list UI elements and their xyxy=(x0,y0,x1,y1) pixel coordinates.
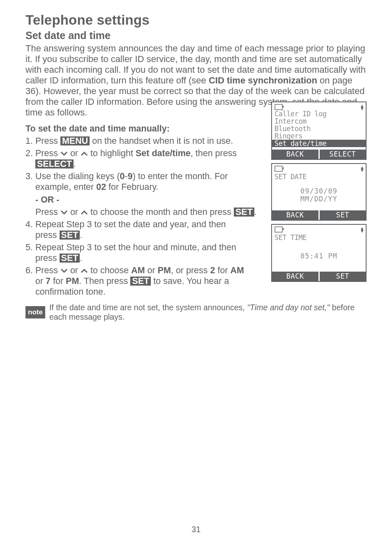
text: . xyxy=(80,230,82,240)
date-value: 09/30/09 xyxy=(272,187,366,195)
step-2: 2. Press or to highlight Set date/time, … xyxy=(25,148,247,169)
text: or xyxy=(35,276,46,286)
text: for February. xyxy=(106,182,158,192)
text: to choose the month and then press xyxy=(88,207,234,217)
softkey-back: BACK xyxy=(272,210,318,220)
am-label: AM xyxy=(231,265,244,275)
handset-screen-set-date: ▲▼ SET DATE 09/30/09 MM/DD/YY BACK SET xyxy=(271,163,367,221)
chevron-down-icon xyxy=(60,210,68,215)
text: , or press xyxy=(171,265,210,275)
am-label: AM xyxy=(131,265,145,275)
scroll-indicator-icon: ▲▼ xyxy=(361,104,363,110)
chevron-up-icon xyxy=(81,268,88,273)
select-button-label: SELECT xyxy=(35,159,74,168)
key-9: 9 xyxy=(128,171,133,181)
softkey-back: BACK xyxy=(272,272,318,281)
step-number: 2. xyxy=(25,148,35,169)
text: . Then press xyxy=(79,276,130,286)
text: for xyxy=(51,276,66,286)
step-number: 5. xyxy=(25,242,35,263)
text: Press xyxy=(35,265,60,275)
chevron-up-icon xyxy=(81,210,88,215)
text: for xyxy=(215,265,231,275)
text: - xyxy=(125,171,128,181)
text: . xyxy=(80,253,82,263)
text: Press xyxy=(35,207,60,217)
battery-icon xyxy=(274,104,283,110)
menu-item: Bluetooth xyxy=(274,125,363,132)
note-badge: note xyxy=(25,303,45,322)
text: on the handset when it is not in use. xyxy=(90,136,233,146)
step-1: 1. Press MENU on the handset when it is … xyxy=(25,136,233,146)
text: Press xyxy=(35,148,60,158)
text: Press xyxy=(35,136,60,146)
section-heading: Set date and time xyxy=(25,30,367,42)
key-0: 0 xyxy=(120,171,125,181)
chevron-up-icon xyxy=(81,151,88,156)
screen-title: SET DATE xyxy=(272,172,366,181)
menu-item-highlighted: Set date/time xyxy=(272,140,366,147)
set-button-label: SET xyxy=(234,208,254,217)
step-number: 6. xyxy=(25,265,35,297)
chevron-down-icon xyxy=(60,268,68,273)
scroll-indicator-icon: ▲▼ xyxy=(361,166,363,172)
example-02: 02 xyxy=(96,182,106,192)
text: to choose xyxy=(88,265,131,275)
text: or xyxy=(68,148,81,158)
intro-cid-ref: CID time synchronization xyxy=(209,75,317,85)
set-datetime-label: Set date/time xyxy=(136,148,191,158)
step-4: 4. Repeat Step 3 to set the date and yea… xyxy=(25,219,247,240)
step-5: 5. Repeat Step 3 to set the hour and min… xyxy=(25,242,247,263)
text: Use the dialing keys ( xyxy=(35,171,120,181)
step-number: 3. xyxy=(25,171,35,192)
softkey-back: BACK xyxy=(272,150,318,159)
softkey-set: SET xyxy=(318,210,366,220)
handset-screen-set-time: ▲▼ SET TIME 05:41 PM BACK SET xyxy=(271,224,367,282)
menu-button-label: MENU xyxy=(60,136,90,145)
pm-label: PM xyxy=(158,265,171,275)
step-3: 3. Use the dialing keys (0-9) to enter t… xyxy=(25,171,247,192)
scroll-indicator-icon: ▲▼ xyxy=(361,227,363,233)
text: , then press xyxy=(191,148,237,158)
text: . xyxy=(74,159,76,169)
page-title: Telephone settings xyxy=(25,12,367,28)
key-7: 7 xyxy=(46,276,51,286)
chevron-down-icon xyxy=(60,151,68,156)
battery-icon xyxy=(274,166,283,172)
key-2: 2 xyxy=(210,265,215,275)
note-block: note If the date and time are not set, t… xyxy=(25,303,367,322)
text: . xyxy=(254,207,257,217)
set-button-label: SET xyxy=(130,277,151,286)
note-quote: "Time and day not set," xyxy=(247,303,330,312)
screen-title: SET TIME xyxy=(272,233,366,242)
time-value: 05:41 PM xyxy=(272,252,366,260)
date-format: MM/DD/YY xyxy=(272,195,366,203)
softkey-select: SELECT xyxy=(318,150,366,159)
text: or xyxy=(145,265,158,275)
text: or xyxy=(68,265,81,275)
page-number: 31 xyxy=(0,525,392,534)
step-3-alt: Press or to choose the month and then pr… xyxy=(35,207,257,217)
menu-item: Ringers xyxy=(274,132,363,140)
handset-screen-menu: ▲▼ Caller ID log Intercom Bluetooth Ring… xyxy=(271,101,367,160)
set-button-label: SET xyxy=(60,231,80,240)
step-6: 6. Press or to choose AM or PM, or press… xyxy=(25,265,247,297)
text: or xyxy=(68,207,81,217)
battery-icon xyxy=(274,226,283,233)
text: to highlight xyxy=(88,148,136,158)
step-number: 1. xyxy=(25,136,35,146)
note-badge-label: note xyxy=(25,306,45,318)
step-number: 4. xyxy=(25,219,35,240)
softkey-set: SET xyxy=(318,272,366,281)
menu-item: Intercom xyxy=(274,118,363,125)
pm-label: PM xyxy=(66,276,79,286)
set-button-label: SET xyxy=(60,254,80,263)
note-text-a: If the date and time are not set, the sy… xyxy=(49,303,247,312)
menu-item: Caller ID log xyxy=(274,110,363,118)
